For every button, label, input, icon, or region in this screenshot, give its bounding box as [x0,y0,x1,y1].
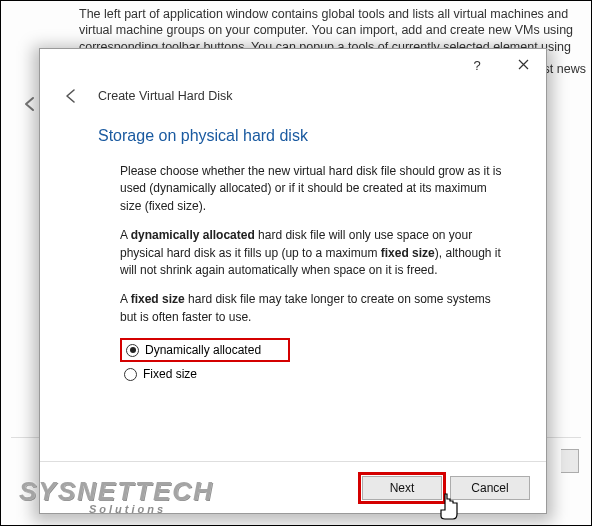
close-button[interactable] [500,50,546,80]
page-heading: Storage on physical hard disk [98,127,508,145]
parent-dialog-button-edge [561,449,579,473]
dialog-title: Create Virtual Hard Disk [98,89,233,103]
description-paragraph-3: A fixed size hard disk file may take lon… [120,291,508,326]
dialog-content: Storage on physical hard disk Please cho… [40,111,546,461]
dialog-titlebar: ? [40,49,546,81]
create-virtual-hard-disk-dialog: ? Create Virtual Hard Disk Storage on ph… [39,48,547,514]
radio-label: Fixed size [143,367,197,381]
cancel-button[interactable]: Cancel [450,476,530,500]
description-paragraph-1: Please choose whether the new virtual ha… [120,163,508,215]
allocation-radio-group: Dynamically allocated Fixed size [120,338,508,386]
radio-dynamically-allocated[interactable]: Dynamically allocated [120,338,290,362]
arrow-left-icon [62,87,80,105]
watermark: SYSNETTECH Solutions [19,476,214,515]
back-button[interactable] [62,87,80,105]
radio-icon [124,368,137,381]
radio-fixed-size[interactable]: Fixed size [120,362,508,386]
help-icon: ? [473,58,480,73]
radio-icon [126,344,139,357]
next-button-label: Next [390,481,415,495]
radio-label: Dynamically allocated [145,343,261,357]
description-paragraph-2: A dynamically allocated hard disk file w… [120,227,508,279]
close-icon [518,58,529,73]
cancel-button-label: Cancel [471,481,508,495]
help-button[interactable]: ? [454,50,500,80]
next-button[interactable]: Next [362,476,442,500]
dialog-header-row: Create Virtual Hard Disk [40,81,546,111]
